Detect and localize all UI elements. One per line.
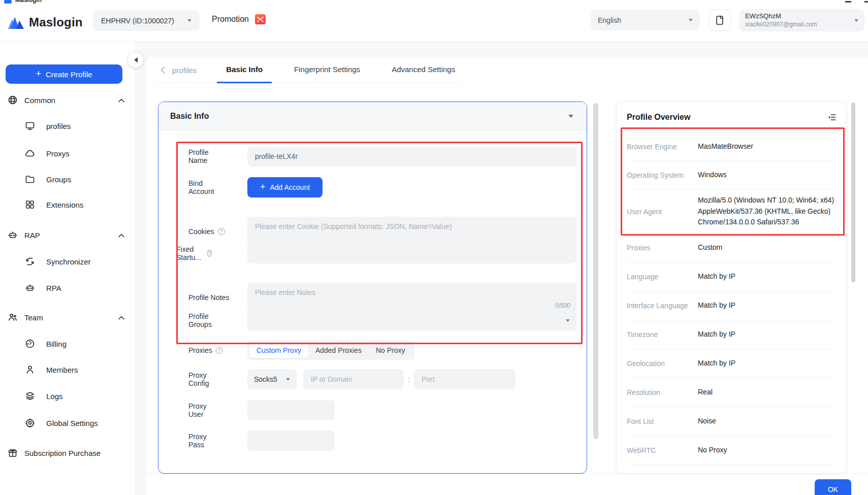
sidebar-item-proxys[interactable]: Proxys	[0, 143, 136, 163]
sidebar-item-subscription-purchase[interactable]: Subscription Purchase	[0, 443, 136, 463]
sidebar-item-label: Members	[46, 366, 78, 374]
proxy-user-input[interactable]	[247, 400, 335, 420]
proxy-tab-custom[interactable]: Custom Proxy	[249, 343, 308, 358]
proxy-protocol-select[interactable]: Socks5	[247, 369, 297, 389]
profile-name-label: Profile Name	[188, 148, 209, 164]
app-window: Maslogin Maslogin EHPHRV (ID:1000027) Pr…	[0, 0, 868, 495]
profile-notes-textarea[interactable]	[247, 283, 576, 312]
profile-groups-select[interactable]	[247, 310, 576, 331]
tab-bar: profiles Basic Info Fingerprint Settings…	[160, 57, 477, 83]
plus-icon: +	[260, 182, 266, 192]
chevron-down-icon	[286, 378, 290, 381]
proxy-config-label: Proxy Config	[188, 371, 209, 387]
window-titlebar-clipped: Maslogin	[0, 0, 868, 4]
help-icon[interactable]: ?	[207, 250, 212, 257]
profile-notes-label: Profile Notes	[188, 293, 229, 302]
proxy-pass-label: Proxy Pass	[188, 433, 207, 449]
basic-info-panel: Basic Info Profile Name Bind Account + A…	[158, 102, 587, 474]
chevron-up-icon	[118, 95, 124, 105]
sidebar-item-label: Billing	[46, 340, 67, 348]
sidebar-item-extensions[interactable]: Extensions	[0, 194, 136, 215]
collapse-caret-icon[interactable]	[568, 115, 573, 118]
host-port-separator: :	[408, 375, 410, 383]
back-link-label: profiles	[172, 66, 197, 75]
cloud-icon	[25, 148, 35, 158]
sidebar-item-rpa[interactable]: RPA	[0, 278, 136, 298]
sidebar-group-common[interactable]: Common	[0, 90, 136, 110]
tab-basic-info[interactable]: Basic Info	[217, 57, 272, 83]
promotion-link[interactable]: Promotion	[212, 14, 266, 24]
sidebar-group-label: Team	[24, 313, 43, 322]
gauge-icon	[25, 339, 35, 349]
proxy-pass-input[interactable]	[247, 431, 335, 451]
promotion-envelope-icon	[255, 14, 266, 24]
sidebar-item-synchronizer[interactable]: Synchronizer	[0, 251, 136, 272]
fixed-startup-label: Fixed Startu... ?	[176, 245, 212, 261]
sidebar-item-billing[interactable]: Billing	[0, 334, 136, 354]
create-profile-label: Create Profile	[46, 70, 92, 79]
add-account-button[interactable]: + Add Account	[247, 177, 323, 197]
proxies-label: Proxies ?	[188, 346, 223, 354]
form-scrollbar-thumb[interactable]	[593, 103, 598, 439]
chevron-left-icon	[160, 67, 165, 74]
profile-name-input[interactable]	[247, 146, 576, 167]
grid-icon	[25, 200, 35, 210]
cookies-textarea[interactable]	[247, 217, 576, 246]
sidebar-item-label: profiles	[46, 122, 71, 130]
user-account-menu[interactable]: EWzSQhzM xiaofei020907@gmail.com	[739, 9, 864, 31]
person-icon	[25, 365, 35, 375]
plus-icon: +	[36, 69, 41, 79]
help-icon[interactable]: ?	[216, 347, 223, 354]
chevron-down-icon	[187, 19, 191, 22]
create-profile-button[interactable]: + Create Profile	[6, 64, 122, 84]
collapse-panel-icon[interactable]	[827, 113, 837, 124]
user-info: EWzSQhzM xiaofei020907@gmail.com	[745, 12, 817, 28]
sidebar-item-members[interactable]: Members	[0, 359, 136, 380]
profile-overview-rows: Browser EngineMasMateBrowser Operating S…	[627, 132, 837, 465]
sidebar-collapse-button[interactable]	[128, 52, 143, 68]
overview-row: Operating SystemWindows	[627, 161, 837, 190]
cookies-row: Cookies ?	[158, 217, 488, 246]
overview-row: Font ListNoise	[627, 407, 837, 436]
sidebar-item-label: Extensions	[46, 201, 83, 209]
help-icon[interactable]: ?	[218, 228, 225, 235]
sidebar-item-label: Groups	[46, 175, 71, 184]
chevron-up-icon	[118, 313, 124, 322]
globe-icon	[8, 95, 18, 105]
proxy-tab-none[interactable]: No Proxy	[369, 343, 412, 358]
sidebar-item-label: Logs	[46, 392, 63, 401]
document-icon	[715, 15, 724, 25]
back-to-profiles-link[interactable]: profiles	[160, 66, 197, 75]
proxy-host-input[interactable]	[303, 369, 404, 389]
sidebar-item-global-settings[interactable]: Global Settings	[0, 413, 136, 433]
promotion-label: Promotion	[212, 15, 249, 24]
workspace-selector[interactable]: EHPHRV (ID:1000027)	[93, 10, 200, 31]
sidebar-group-team[interactable]: Team	[0, 307, 136, 327]
docs-button[interactable]	[709, 10, 730, 30]
overview-row: ProxiesCustom	[627, 234, 837, 262]
profile-notes-row: Profile Notes 0/500	[158, 283, 488, 312]
window-title: Maslogin	[15, 0, 42, 4]
proxy-user-label: Proxy User	[188, 402, 207, 418]
window-control-icon[interactable]	[864, 1, 868, 3]
proxy-tab-added[interactable]: Added Proxies	[308, 343, 369, 358]
layers-icon	[25, 391, 35, 401]
gear-icon	[25, 418, 35, 428]
tab-fingerprint-settings[interactable]: Fingerprint Settings	[285, 57, 369, 83]
basic-info-panel-header[interactable]: Basic Info	[158, 102, 587, 130]
sidebar-item-groups[interactable]: Groups	[0, 169, 136, 189]
tab-advanced-settings[interactable]: Advanced Settings	[382, 57, 464, 83]
language-selector[interactable]: English	[591, 10, 700, 30]
page-scrollbar-thumb[interactable]	[851, 103, 855, 282]
fixed-startup-input[interactable]	[247, 243, 576, 263]
sidebar-group-rap[interactable]: RAP	[0, 225, 136, 245]
sidebar-item-profiles[interactable]: profiles	[0, 116, 136, 136]
minimize-icon[interactable]	[845, 1, 851, 3]
proxy-port-input[interactable]	[414, 369, 516, 389]
brand-name: Maslogin	[29, 15, 83, 29]
sidebar-item-logs[interactable]: Logs	[0, 386, 136, 406]
ok-button[interactable]: OK	[815, 479, 851, 495]
chevron-up-icon	[118, 230, 124, 240]
chevron-down-icon	[689, 19, 693, 21]
brand: Maslogin	[8, 15, 83, 29]
